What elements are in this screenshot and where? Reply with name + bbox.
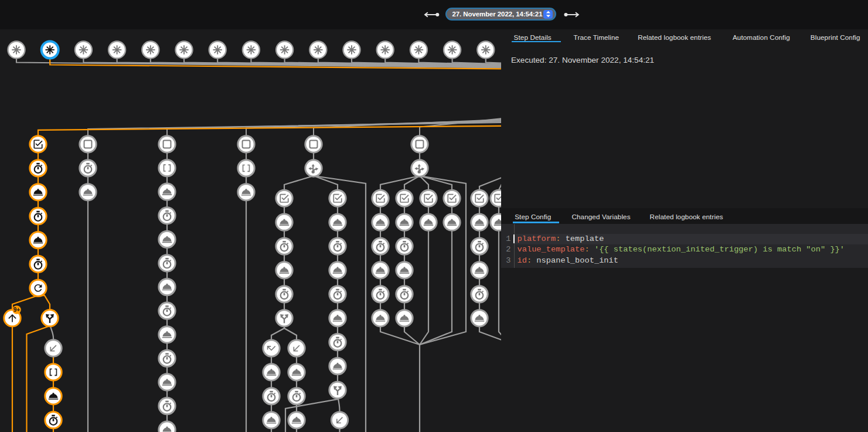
svg-text:9+: 9+ — [13, 307, 21, 313]
